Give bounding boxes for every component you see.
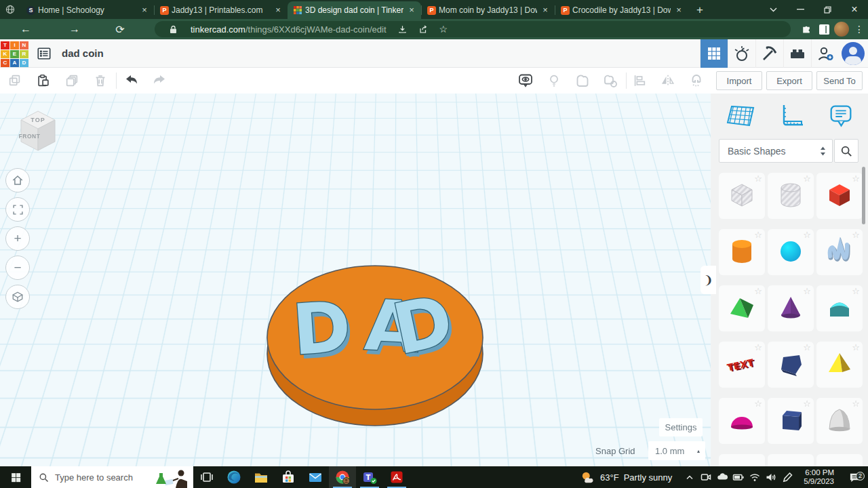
mirror-icon[interactable] (658, 72, 677, 90)
favorite-star-icon[interactable]: ☆ (803, 174, 811, 184)
box-shape-tile[interactable]: ☆ (816, 173, 863, 219)
round-roof-shape-tile[interactable]: ☆ (816, 285, 863, 331)
taskbar-app-store-icon[interactable] (275, 466, 302, 488)
zoom-in-button[interactable]: + (5, 226, 30, 251)
favorite-star-icon[interactable]: ☆ (803, 230, 811, 240)
design-menu-button[interactable] (35, 45, 54, 62)
design-title[interactable]: dad coin (62, 47, 104, 59)
browser-tab[interactable]: 3D design dad coin | Tinkercad× (288, 1, 421, 19)
show-hidden-bulb-icon[interactable] (545, 72, 563, 90)
favorite-star-icon[interactable]: ☆ (803, 286, 811, 296)
paraboloid-shape-tile[interactable]: ☆ (816, 398, 863, 444)
pyramid-shape-tile[interactable]: ☆ (816, 342, 863, 388)
new-tab-button[interactable]: + (691, 1, 709, 19)
polygon-shape-tile[interactable]: ☆ (768, 398, 814, 444)
workplane-magnet-icon[interactable] (687, 72, 705, 90)
taskbar-app-acrobat-icon[interactable] (383, 466, 410, 488)
tab-close-icon[interactable]: × (540, 5, 551, 16)
notes-tool-icon[interactable] (825, 101, 857, 131)
tray-battery-icon[interactable] (730, 471, 747, 483)
scribble-shape-tile[interactable]: ☆ (816, 229, 863, 275)
delete-icon[interactable] (91, 72, 109, 90)
fit-view-button[interactable] (5, 197, 30, 222)
favorite-star-icon[interactable]: ☆ (803, 399, 811, 409)
close-window-button[interactable]: × (841, 0, 868, 19)
favorite-star-icon[interactable]: ☆ (852, 230, 860, 240)
tray-chevron-up-icon[interactable] (682, 471, 698, 483)
browser-tab[interactable]: PMom coin by Jaddy13 | Downloa× (421, 1, 555, 19)
tray-meet-now-icon[interactable] (698, 471, 714, 483)
tinkercad-logo[interactable]: TINKERCAD (1, 41, 29, 67)
action-center-button[interactable]: 2 (841, 472, 868, 483)
tab-close-icon[interactable]: × (673, 5, 684, 16)
taskbar-app-teams-icon[interactable]: T (356, 466, 383, 488)
redo-icon[interactable] (150, 72, 168, 90)
shape-search-button[interactable] (834, 139, 859, 163)
favorite-star-icon[interactable]: ☆ (754, 399, 762, 409)
roof-shape-tile[interactable]: ☆ (719, 285, 765, 331)
ruler-tool-icon[interactable] (774, 101, 807, 131)
tinkercad-profile-avatar[interactable] (842, 42, 865, 65)
forward-button[interactable]: → (65, 20, 84, 38)
cone-shape-tile[interactable]: ☆ (768, 285, 814, 331)
favorite-star-icon[interactable]: ☆ (754, 342, 762, 352)
tab-close-icon[interactable]: × (139, 5, 150, 16)
favorite-star-icon[interactable]: ☆ (852, 399, 860, 409)
copy-icon[interactable] (5, 72, 24, 90)
share-collaborate-icon[interactable] (811, 39, 839, 68)
refresh-button[interactable]: ⟳ (111, 20, 130, 38)
undo-icon[interactable] (122, 72, 140, 90)
minimize-button[interactable] (787, 0, 814, 19)
text-shape-tile[interactable]: ☆TEXTTEXT (719, 342, 765, 388)
sphere-shape-tile[interactable]: ☆ (768, 229, 814, 275)
shape-category-dropdown[interactable]: Basic Shapes (719, 139, 833, 163)
tray-onedrive-icon[interactable] (714, 471, 730, 483)
taskbar-clock[interactable]: 6:00 PM 5/9/2023 (804, 468, 834, 486)
duplicate-icon[interactable] (62, 72, 81, 90)
extensions-puzzle-icon[interactable] (797, 20, 815, 38)
home-view-button[interactable] (5, 168, 30, 192)
coin-model[interactable]: DADDAD (263, 264, 487, 434)
send-to-button[interactable]: Send To (816, 71, 863, 90)
export-button[interactable]: Export (766, 71, 812, 90)
tray-pen-icon[interactable] (779, 471, 795, 483)
browser-tab[interactable]: PCrocodile by Jaddy13 | Downloa× (555, 1, 688, 19)
favorite-star-icon[interactable]: ☆ (803, 342, 811, 352)
minecraft-pickaxe-icon[interactable] (755, 39, 783, 68)
favorite-star-icon[interactable]: ☆ (754, 174, 762, 184)
browser-tab[interactable]: PJaddy13 | Printables.com× (154, 1, 288, 19)
cylinder-shape-tile[interactable]: ☆ (719, 229, 765, 275)
tab-close-icon[interactable]: × (406, 5, 417, 16)
tab-close-icon[interactable]: × (273, 5, 283, 16)
favorite-star-icon[interactable]: ☆ (754, 286, 762, 296)
ungroup-icon[interactable] (601, 72, 619, 90)
taskbar-app-task-view-icon[interactable] (193, 466, 220, 488)
taskbar-app-chrome-icon[interactable] (329, 466, 356, 488)
back-button[interactable]: ← (16, 20, 35, 38)
taskbar-app-edge-icon[interactable] (220, 466, 248, 488)
design-canvas[interactable]: TOP FRONT + − DADDAD Settings Snap Grid (0, 94, 711, 466)
group-icon[interactable] (573, 72, 591, 90)
settings-button[interactable]: Settings (659, 418, 703, 436)
favorite-star-icon[interactable]: ☆ (852, 342, 860, 352)
side-panel-icon[interactable] (815, 20, 833, 38)
snap-grid-dropdown[interactable]: 1.0 mm▴ (648, 441, 705, 460)
taskbar-search-box[interactable]: Type here to search (31, 466, 193, 488)
taskbar-app-mail-icon[interactable] (302, 466, 329, 488)
perspective-toggle-button[interactable] (5, 285, 30, 309)
panel-collapse-handle[interactable]: ❩ (701, 266, 716, 294)
favorite-star-icon[interactable]: ☆ (852, 286, 860, 296)
browser-tab[interactable]: SHome | Schoology× (20, 1, 154, 19)
wedge-shape-tile[interactable]: ☆ (768, 342, 814, 388)
favorite-star-icon[interactable]: ☆ (852, 174, 860, 184)
tab-search-chevron-icon[interactable] (760, 0, 787, 19)
taskbar-app-file-explorer-icon[interactable] (248, 466, 275, 488)
share-icon[interactable] (418, 24, 429, 35)
view-cube[interactable]: TOP FRONT (16, 107, 60, 156)
download-icon[interactable] (397, 24, 408, 35)
paste-icon[interactable] (34, 72, 52, 90)
start-button[interactable] (0, 466, 31, 488)
weather-widget[interactable]: 63°F Partly sunny (580, 470, 672, 484)
hole-cylinder-shape-tile[interactable]: ☆ (768, 173, 814, 219)
lego-brick-icon[interactable] (783, 39, 811, 68)
